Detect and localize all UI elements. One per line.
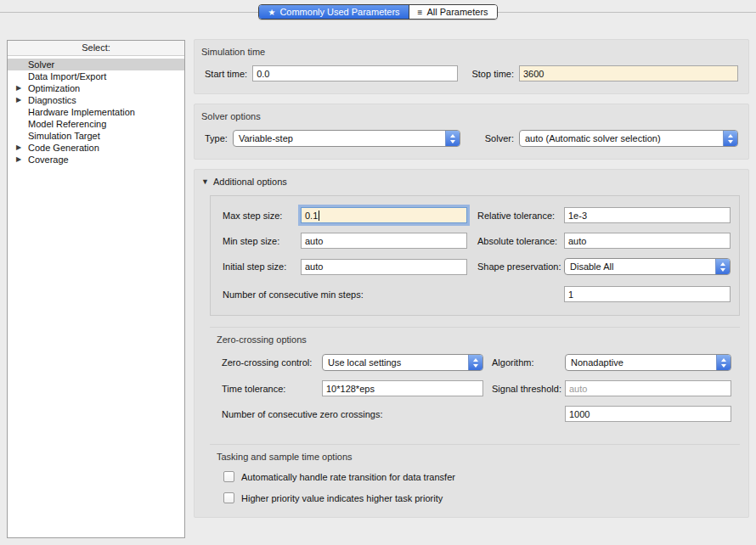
time-tolerance-input[interactable] (322, 380, 483, 396)
sidebar-item-label: Solver (28, 59, 54, 70)
time-tolerance-label: Time tolerance: (222, 384, 322, 394)
start-time-label: Start time: (205, 69, 247, 79)
shape-preservation-value: Disable All (565, 261, 715, 272)
sidebar-item-label: Diagnostics (28, 95, 76, 105)
absolute-tolerance-label: Absolute tolerance: (477, 236, 564, 246)
max-step-size-label: Max step size: (223, 211, 301, 221)
consecutive-min-steps-input[interactable] (564, 286, 731, 302)
solver-pane: Simulation time Start time: Stop time: S… (194, 39, 749, 527)
expand-arrow-icon[interactable]: ▶ (16, 94, 21, 106)
sidebar-item-label: Hardware Implementation (28, 107, 135, 117)
signal-threshold-label: Signal threshold: (492, 384, 565, 394)
solver-options-title: Solver options (195, 104, 748, 130)
star-icon: ★ (268, 8, 275, 17)
sidebar-item-label: Coverage (28, 155, 69, 165)
additional-options-disclosure[interactable]: ▼ Additional options (195, 170, 748, 194)
stop-time-input[interactable] (519, 65, 738, 81)
zero-crossing-title: Zero-crossing options (217, 334, 731, 345)
dropdown-arrows-icon (716, 355, 731, 370)
higher-priority-label: Higher priority value indicates higher t… (241, 493, 443, 503)
sidebar-item-diagnostics[interactable]: ▶ Diagnostics (8, 94, 184, 106)
shape-preservation-label: Shape preservation: (477, 261, 564, 272)
sidebar-item-model-referencing[interactable]: Model Referencing (8, 118, 184, 130)
min-step-size-input[interactable] (301, 233, 467, 249)
additional-options-title: Additional options (213, 177, 287, 187)
start-time-input[interactable] (252, 65, 458, 81)
consecutive-zero-crossings-input[interactable] (565, 406, 731, 422)
additional-options-section: ▼ Additional options Max step size: 0.1 … (194, 169, 749, 518)
auto-rate-transition-checkbox[interactable] (223, 471, 234, 482)
tab-commonly-used-parameters[interactable]: ★ Commonly Used Parameters (259, 5, 408, 19)
initial-step-size-input[interactable] (301, 259, 467, 275)
algorithm-value: Nonadaptive (566, 357, 716, 368)
zero-crossing-control-dropdown[interactable]: Use local settings (322, 354, 483, 371)
sidebar-item-simulation-target[interactable]: Simulation Target (8, 130, 184, 142)
consecutive-zero-crossings-label: Number of consecutive zero crossings: (222, 409, 383, 419)
dropdown-arrows-icon (445, 131, 460, 146)
sidebar-item-label: Model Referencing (28, 119, 106, 129)
min-step-size-label: Min step size: (223, 236, 301, 246)
sidebar-item-hardware-implementation[interactable]: Hardware Implementation (8, 106, 184, 118)
sidebar-item-label: Code Generation (28, 143, 99, 153)
parameter-tab-bar: ★ Commonly Used Parameters ≡ All Paramet… (0, 4, 756, 20)
solver-type-dropdown[interactable]: Variable-step (233, 130, 460, 147)
solver-value: auto (Automatic solver selection) (520, 133, 723, 143)
select-tree: Solver Data Import/Export ▶ Optimization… (8, 56, 184, 166)
signal-threshold-input[interactable] (565, 380, 731, 396)
sidebar-item-label: Data Import/Export (28, 71, 106, 81)
max-step-size-value: 0.1 (305, 211, 318, 221)
shape-preservation-dropdown[interactable]: Disable All (564, 258, 731, 275)
solver-dropdown[interactable]: auto (Automatic solver selection) (519, 130, 738, 147)
simulation-time-title: Simulation time (195, 40, 748, 65)
consecutive-min-steps-label: Number of consecutive min steps: (223, 289, 364, 300)
sidebar-item-solver[interactable]: Solver (8, 59, 184, 70)
sidebar-item-optimization[interactable]: ▶ Optimization (8, 82, 184, 94)
initial-step-size-label: Initial step size: (223, 261, 301, 272)
dropdown-arrows-icon (723, 131, 737, 146)
step-size-panel: Max step size: 0.1 Relative tolerance: M… (210, 195, 740, 316)
text-caret (319, 211, 319, 221)
zero-crossing-control-label: Zero-crossing control: (222, 357, 322, 368)
expand-arrow-icon[interactable]: ▶ (16, 82, 21, 94)
simulation-time-section: Simulation time Start time: Stop time: (194, 39, 749, 94)
dropdown-arrows-icon (715, 259, 730, 274)
relative-tolerance-label: Relative tolerance: (477, 211, 564, 221)
algorithm-dropdown[interactable]: Nonadaptive (565, 354, 731, 371)
tasking-title: Tasking and sample time options (217, 452, 731, 462)
relative-tolerance-input[interactable] (564, 207, 731, 223)
sidebar-item-code-generation[interactable]: ▶ Code Generation (8, 142, 184, 154)
tab-segmented-control: ★ Commonly Used Parameters ≡ All Paramet… (258, 4, 497, 20)
select-tree-panel: Select: Solver Data Import/Export ▶ Opti… (7, 40, 185, 538)
zero-crossing-control-value: Use local settings (323, 357, 468, 368)
list-icon: ≡ (418, 8, 423, 17)
solver-type-label: Type: (205, 133, 228, 143)
higher-priority-checkbox[interactable] (223, 492, 234, 503)
sidebar-item-label: Optimization (28, 83, 80, 93)
absolute-tolerance-input[interactable] (564, 233, 731, 249)
tab-label: Commonly Used Parameters (279, 7, 399, 17)
disclosure-triangle-icon[interactable]: ▼ (201, 177, 209, 186)
tab-label: All Parameters (426, 7, 488, 17)
solver-type-value: Variable-step (234, 133, 445, 143)
tasking-section: Tasking and sample time options Automati… (210, 444, 740, 515)
zero-crossing-section: Zero-crossing options Zero-crossing cont… (210, 327, 740, 433)
tab-all-parameters[interactable]: ≡ All Parameters (409, 5, 497, 19)
solver-options-section: Solver options Type: Variable-step Solve… (194, 104, 749, 160)
max-step-size-input[interactable]: 0.1 (301, 207, 467, 223)
sidebar-item-label: Simulation Target (28, 131, 100, 141)
stop-time-label: Stop time: (471, 69, 514, 79)
sidebar-item-coverage[interactable]: ▶ Coverage (8, 154, 184, 166)
auto-rate-transition-label: Automatically handle rate transition for… (241, 472, 455, 482)
expand-arrow-icon[interactable]: ▶ (16, 142, 21, 154)
sidebar-item-data-import-export[interactable]: Data Import/Export (8, 70, 184, 82)
expand-arrow-icon[interactable]: ▶ (16, 154, 21, 166)
dropdown-arrows-icon (468, 355, 482, 370)
solver-label: Solver: (485, 133, 514, 143)
select-tree-header: Select: (8, 41, 184, 56)
algorithm-label: Algorithm: (492, 357, 565, 368)
